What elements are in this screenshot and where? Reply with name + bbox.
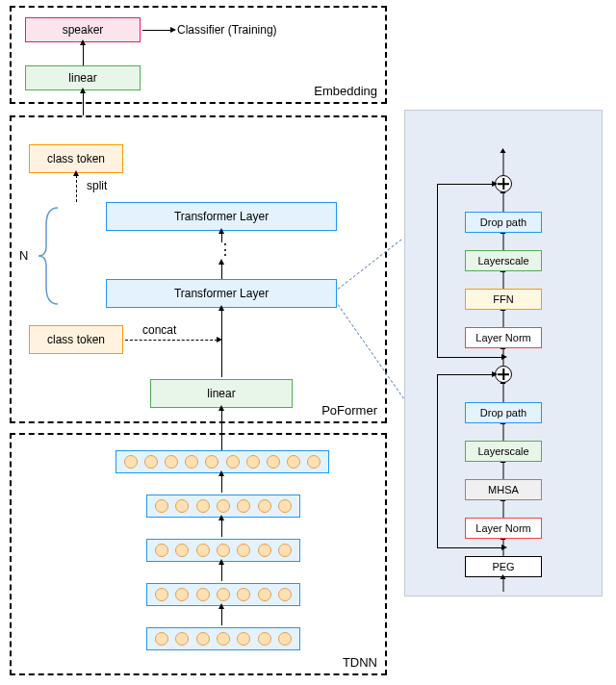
tdnn-row-1 (146, 627, 300, 650)
tdnn-label: TDNN (343, 655, 377, 670)
ma-ls2 (503, 233, 504, 250)
layernorm-bottom: Layer Norm (465, 518, 542, 539)
arrow-trans-up2 (221, 233, 222, 242)
skip2-v (437, 184, 438, 357)
skip1-v (437, 374, 438, 547)
mhsa-block: MHSA (465, 479, 542, 500)
ma-in (503, 578, 504, 592)
arrow-linear-trans (221, 310, 222, 377)
class-token-bottom: class token (29, 325, 123, 354)
arrow-tdnn-linear (221, 410, 222, 450)
layernorm-top: Layer Norm (465, 327, 542, 348)
transformer-layer-top: Transformer Layer (106, 202, 337, 231)
ma-ls1 (503, 423, 504, 441)
ma-mhsa (503, 462, 504, 479)
skip1-bot (437, 547, 502, 548)
embedding-label: Embedding (314, 84, 377, 98)
droppath-top: Drop path (465, 212, 542, 233)
n-label: N (19, 248, 28, 263)
droppath-bottom: Drop path (465, 402, 542, 423)
transformer-layer-bottom: Transformer Layer (106, 279, 337, 308)
arrow-t34 (221, 520, 222, 537)
ma-ln1 (503, 500, 504, 518)
concat-label: concat (142, 323, 200, 337)
brace-svg (37, 206, 65, 306)
skip1-top (437, 374, 493, 375)
arrow-speaker-classifier (142, 30, 171, 31)
arrow-t45 (221, 475, 222, 493)
arrow-t12 (221, 608, 222, 625)
ma-dp2 (503, 192, 504, 212)
split-arrow (76, 175, 77, 202)
arrow-linear-speaker (83, 44, 84, 65)
split-label: split (87, 179, 125, 192)
ma-out (503, 152, 504, 175)
layerscale-top: Layerscale (465, 250, 542, 271)
skip2-top (437, 184, 493, 185)
poformer-linear-block: linear (150, 379, 293, 408)
skip2-bot (437, 357, 502, 358)
arrow-poformer-embedding (83, 92, 84, 115)
ma-dp1 (503, 383, 504, 402)
concat-arrow (125, 340, 218, 341)
ma-ffn (503, 271, 504, 289)
poformer-label: PoFormer (321, 403, 377, 418)
layer-dots: ⋮ (218, 241, 233, 259)
arrow-trans-up (221, 264, 222, 279)
arrow-t23 (221, 564, 222, 581)
class-token-top: class token (29, 144, 123, 173)
ma-ln2 (503, 310, 504, 327)
layerscale-bottom: Layerscale (465, 441, 542, 462)
ffn-block: FFN (465, 289, 542, 310)
classifier-text: Classifier (Training) (177, 21, 321, 38)
